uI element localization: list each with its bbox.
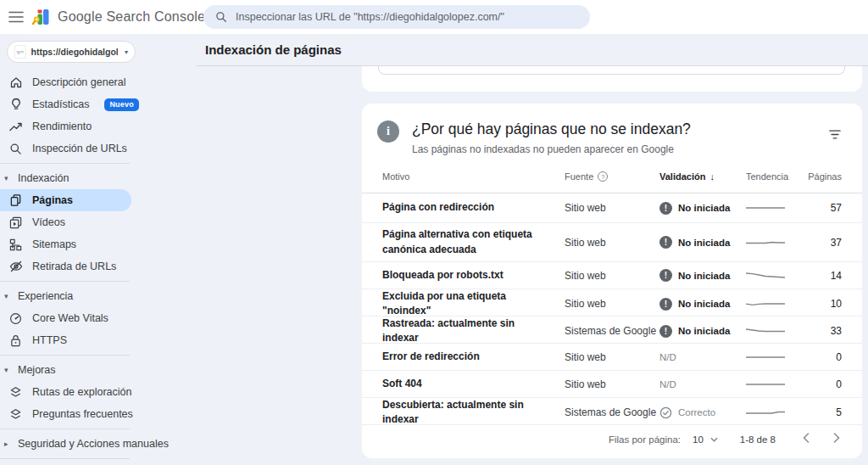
table-row[interactable]: Página con redirección Sitio web !No ini… xyxy=(362,193,862,223)
sidebar-section-mejoras[interactable]: ▾ Mejoras xyxy=(0,359,197,381)
section-expanded-icon: ▾ xyxy=(4,174,12,182)
sidebar-item-retirada-urls[interactable]: Retirada de URLs xyxy=(0,255,131,277)
table-row[interactable]: Bloqueada por robots.txt Sitio web !No i… xyxy=(362,262,862,289)
card-subtitle: Las páginas no indexadas no pueden apare… xyxy=(412,143,691,155)
row-motivo: Rastreada: actualmente sin indexar xyxy=(382,317,565,346)
sidebar-item-inspeccion-urls[interactable]: Inspección de URLs xyxy=(0,137,131,160)
column-header-fuente: Fuente? xyxy=(565,171,659,182)
row-paginas: 0 xyxy=(808,378,842,390)
sidebar-section-seguridad[interactable]: ▸ Seguridad y Acciones manuales xyxy=(0,433,197,455)
section-collapsed-icon: ▸ xyxy=(4,440,12,448)
property-selector[interactable]: https://diegohidalgolop... ▾ xyxy=(7,41,136,63)
sitemaps-icon xyxy=(8,238,23,251)
row-motivo: Bloqueada por robots.txt xyxy=(382,268,565,283)
table-row[interactable]: Error de redirección Sitio web N/D 0 xyxy=(362,344,862,371)
pagination-range: 1-8 de 8 xyxy=(740,434,776,445)
table-row[interactable]: Excluida por una etiqueta "noindex" Siti… xyxy=(362,289,862,317)
table-row[interactable]: Soft 404 Sitio web N/D 0 xyxy=(362,371,862,398)
row-motivo: Descubierta: actualmente sin indexar xyxy=(382,398,565,428)
property-favicon-icon xyxy=(14,45,26,59)
row-paginas: 0 xyxy=(808,351,842,363)
sidebar-item-https[interactable]: HTTPS xyxy=(0,329,131,351)
help-icon[interactable]: ? xyxy=(598,171,608,182)
row-paginas: 5 xyxy=(808,406,842,418)
warning-icon: ! xyxy=(659,298,672,311)
row-paginas: 57 xyxy=(808,202,842,214)
section-expanded-icon: ▾ xyxy=(4,292,12,300)
row-validacion: !No iniciada xyxy=(659,269,746,282)
scroll-area: i ¿Por qué hay páginas que no se indexan… xyxy=(197,66,868,465)
info-icon: i xyxy=(377,120,399,143)
row-motivo: Soft 404 xyxy=(382,377,565,391)
rows-per-page-select[interactable]: 10 xyxy=(693,434,718,445)
column-header-tendencia: Tendencia xyxy=(746,171,808,182)
table-row[interactable]: Página alternativa con etiqueta canónica… xyxy=(362,223,862,262)
hamburger-glyph xyxy=(8,11,24,23)
layers-icon xyxy=(8,386,23,399)
home-icon xyxy=(8,76,23,89)
card-header: i ¿Por qué hay páginas que no se indexan… xyxy=(362,104,862,155)
sidebar-item-label: Core Web Vitals xyxy=(32,312,108,324)
table-row[interactable]: Descubierta: actualmente sin indexar Sis… xyxy=(362,398,862,425)
row-fuente: Sitio web xyxy=(565,202,659,214)
sidebar-nav: Descripción general Estadísticas Nuevo R… xyxy=(0,71,197,459)
sidebar-item-videos[interactable]: Vídeos xyxy=(0,211,131,233)
sidebar-divider xyxy=(0,458,130,459)
card-title: ¿Por qué hay páginas que no se indexan? xyxy=(412,120,691,138)
sidebar-item-label: Vídeos xyxy=(32,216,65,228)
sidebar-item-label: Descripción general xyxy=(32,76,125,88)
warning-icon: ! xyxy=(659,325,672,338)
sidebar-item-paginas[interactable]: Páginas xyxy=(0,189,131,211)
sidebar-item-descripcion-general[interactable]: Descripción general xyxy=(0,71,131,93)
row-validacion: N/D xyxy=(659,352,746,362)
trending-icon xyxy=(8,121,23,132)
new-badge: Nuevo xyxy=(104,98,139,111)
sidebar-item-label: Retirada de URLs xyxy=(32,261,116,272)
rows-per-page-label: Filas por página: xyxy=(609,434,681,445)
row-validacion: !No iniciada xyxy=(659,298,746,311)
search-icon xyxy=(215,11,227,23)
trend-sparkline xyxy=(746,352,808,362)
row-motivo: Error de redirección xyxy=(382,350,565,364)
table-footer: Filas por página: 10 1-8 de 8 xyxy=(362,425,862,453)
search-console-logo-icon xyxy=(32,8,51,26)
sidebar-section-experiencia[interactable]: ▾ Experiencia xyxy=(0,285,197,307)
top-bar: Google Search Console xyxy=(0,0,868,34)
sidebar-item-rendimiento[interactable]: Rendimiento xyxy=(0,115,131,137)
row-motivo: Página con redirección xyxy=(382,200,565,215)
column-header-motivo: Motivo xyxy=(382,171,565,182)
url-inspection-searchbar[interactable] xyxy=(203,5,590,29)
row-fuente: Sitio web xyxy=(565,378,659,390)
sidebar-item-label: Estadísticas xyxy=(32,98,89,110)
next-page-button[interactable] xyxy=(825,429,849,449)
speedometer-icon xyxy=(8,312,23,325)
column-header-validacion[interactable]: Validación↓ xyxy=(659,171,746,182)
previous-page-button[interactable] xyxy=(794,429,818,449)
sidebar-item-label: Rendimiento xyxy=(32,120,92,132)
main-content: Indexación de páginas i ¿Por qué hay pág… xyxy=(197,34,868,465)
row-fuente: Sitio web xyxy=(565,237,659,249)
sidebar-divider xyxy=(0,163,130,164)
app-logo[interactable]: Google Search Console xyxy=(32,8,205,26)
sidebar-item-label: Inspección de URLs xyxy=(32,143,127,154)
sidebar-item-preguntas-frecuentes[interactable]: Preguntas frecuentes xyxy=(0,403,131,425)
sidebar-item-estadisticas[interactable]: Estadísticas Nuevo xyxy=(0,93,131,115)
sidebar-item-sitemaps[interactable]: Sitemaps xyxy=(0,233,131,255)
section-label: Indexación xyxy=(18,172,69,184)
warning-icon: ! xyxy=(659,236,672,249)
sidebar-item-core-web-vitals[interactable]: Core Web Vitals xyxy=(0,307,131,329)
sidebar-section-indexacion[interactable]: ▾ Indexación xyxy=(0,167,197,189)
filter-button[interactable] xyxy=(825,126,845,146)
app-title: Google Search Console xyxy=(58,9,205,25)
hamburger-menu-icon[interactable] xyxy=(0,0,32,34)
row-validacion: !No iniciada xyxy=(659,236,746,249)
row-paginas: 10 xyxy=(808,298,842,310)
lightbulb-icon xyxy=(8,98,23,111)
table-row[interactable]: Rastreada: actualmente sin indexar Siste… xyxy=(362,317,862,344)
sidebar-item-label: HTTPS xyxy=(32,334,67,346)
sidebar-item-label: Rutas de exploración xyxy=(32,386,131,398)
row-fuente: Sitio web xyxy=(565,351,659,363)
card-titles: ¿Por qué hay páginas que no se indexan? … xyxy=(412,120,691,155)
search-input[interactable] xyxy=(236,11,578,23)
sidebar-item-rutas-exploracion[interactable]: Rutas de exploración xyxy=(0,381,131,403)
